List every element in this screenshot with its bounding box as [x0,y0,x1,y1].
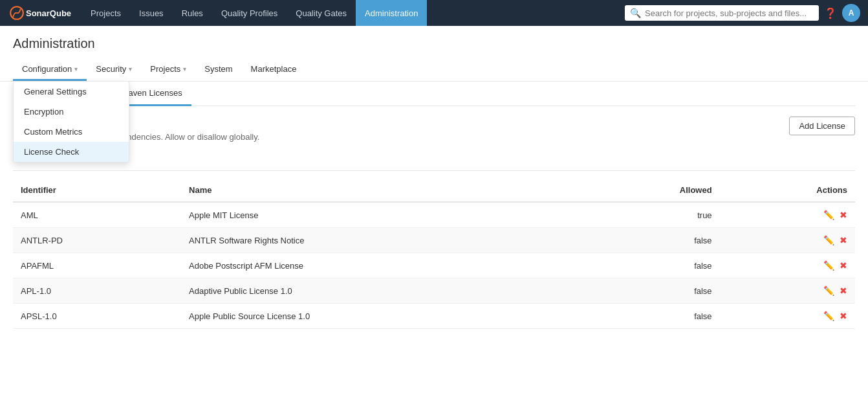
cell-actions: ✏️ ✖ [720,228,855,253]
subnav-security[interactable]: Security ▾ [87,59,141,81]
dropdown-encryption[interactable]: Encryption [14,102,129,122]
description-area: Maven Licenses Licenses found in Maven d… [13,117,855,142]
nav-links: Projects Issues Rules Quality Profiles Q… [81,0,625,26]
chevron-down-icon: ▾ [74,65,78,73]
cell-identifier: APSL-1.0 [13,304,181,329]
cell-identifier: APAFML [13,253,181,278]
nav-quality-profiles[interactable]: Quality Profiles [212,0,287,26]
cell-allowed: false [580,228,720,253]
cell-actions: ✏️ ✖ [720,202,855,228]
table-row: APL-1.0 Adaptive Public License 1.0 fals… [13,278,855,304]
dropdown-custom-metrics[interactable]: Custom Metrics [14,122,129,142]
delete-icon[interactable]: ✖ [840,311,847,321]
dropdown-license-check[interactable]: License Check [14,142,129,162]
search-icon: 🔍 [630,8,641,18]
edit-icon[interactable]: ✏️ [823,311,834,321]
user-avatar[interactable]: A [842,4,860,22]
subnav-configuration[interactable]: Configuration ▾ [13,59,87,81]
cell-name: Adobe Postscript AFM License [181,253,580,278]
cell-name: ANTLR Software Rights Notice [181,228,580,253]
edit-icon[interactable]: ✏️ [823,260,834,271]
sub-navigation: Configuration ▾ Security ▾ Projects ▾ Sy… [13,59,855,81]
cell-actions: ✏️ ✖ [720,278,855,304]
delete-icon[interactable]: ✖ [840,286,847,296]
nav-administration[interactable]: Administration [356,0,427,26]
global-search-input[interactable] [645,8,814,18]
subnav-projects[interactable]: Projects ▾ [141,59,195,81]
table-search-bar: 🔍 [13,152,855,171]
edit-icon[interactable]: ✏️ [823,210,834,220]
cell-name: Adaptive Public License 1.0 [181,278,580,304]
cell-name: Apple Public Source License 1.0 [181,304,580,329]
chevron-down-icon: ▾ [183,65,186,73]
col-identifier: Identifier [13,179,181,202]
nav-projects[interactable]: Projects [81,0,130,26]
configuration-dropdown: General Settings Encryption Custom Metri… [13,81,129,163]
cell-name: Apple MIT License [181,202,580,228]
global-search-box[interactable]: 🔍 [625,5,819,21]
nav-rules[interactable]: Rules [173,0,212,26]
cell-allowed: true [580,202,720,228]
subnav-marketplace[interactable]: Marketplace [242,59,306,81]
table-header-row: Identifier Name Allowed Actions [13,179,855,202]
delete-icon[interactable]: ✖ [840,260,847,271]
col-name: Name [181,179,580,202]
table-row: APAFML Adobe Postscript AFM License fals… [13,253,855,278]
table-row: APSL-1.0 Apple Public Source License 1.0… [13,304,855,329]
cell-allowed: false [580,253,720,278]
add-license-button[interactable]: Add License [789,117,855,135]
delete-icon[interactable]: ✖ [840,210,847,220]
logo[interactable]: SonarQube [8,4,71,22]
page-title: Administration [13,36,855,51]
col-actions: Actions [720,179,855,202]
subnav-system[interactable]: System [195,59,241,81]
cell-actions: ✏️ ✖ [720,304,855,329]
nav-right: 🔍 ❓ A [625,4,860,22]
page-header: Administration Configuration ▾ Security … [0,26,868,82]
table-row: AML Apple MIT License true ✏️ ✖ [13,202,855,228]
table-body: AML Apple MIT License true ✏️ ✖ ANTLR-PD… [13,202,855,329]
edit-icon[interactable]: ✏️ [823,235,834,245]
nav-issues[interactable]: Issues [130,0,173,26]
dropdown-general-settings[interactable]: General Settings [14,82,129,102]
top-navigation: SonarQube Projects Issues Rules Quality … [0,0,868,26]
main-content: Maven Dependencies Maven Licenses Maven … [0,82,868,329]
cell-actions: ✏️ ✖ [720,253,855,278]
logo-text: SonarQube [26,8,71,18]
table-row: ANTLR-PD ANTLR Software Rights Notice fa… [13,228,855,253]
col-allowed: Allowed [580,179,720,202]
cell-identifier: APL-1.0 [13,278,181,304]
help-icon[interactable]: ❓ [824,7,837,19]
second-level-tabs: Maven Dependencies Maven Licenses [13,82,855,106]
cell-allowed: false [580,278,720,304]
nav-quality-gates[interactable]: Quality Gates [287,0,356,26]
delete-icon[interactable]: ✖ [840,235,847,245]
cell-allowed: false [580,304,720,329]
licenses-table: Identifier Name Allowed Actions AML Appl… [13,179,855,329]
chevron-down-icon: ▾ [129,65,132,73]
cell-identifier: ANTLR-PD [13,228,181,253]
cell-identifier: AML [13,202,181,228]
edit-icon[interactable]: ✏️ [823,286,834,296]
